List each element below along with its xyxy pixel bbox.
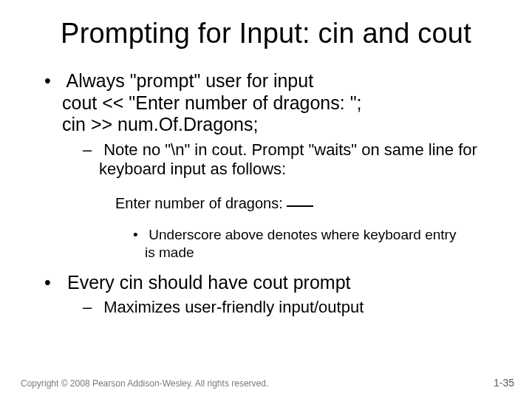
- example-text: Enter number of dragons:: [115, 195, 287, 211]
- bullet-list: Always "prompt" user for input cout << "…: [21, 70, 511, 318]
- bullet-2-sub-1-text: Maximizes user-friendly input/output: [103, 298, 364, 316]
- slide-body: Always "prompt" user for input cout << "…: [0, 55, 532, 318]
- bullet-1-sub-1-text: Note no "\n" in cout. Prompt "waits" on …: [99, 140, 477, 179]
- slide: Prompting for Input: cin and cout Always…: [0, 0, 532, 399]
- blank-underscore: [287, 205, 313, 207]
- bullet-2: Every cin should have cout prompt: [21, 272, 511, 294]
- bullet-1-line3: cin >> num.Of.Dragons;: [62, 114, 511, 136]
- footer-copyright: Copyright © 2008 Pearson Addison-Wesley.…: [21, 378, 268, 389]
- bullet-1-sub-1-note: Underscore above denotes where keyboard …: [21, 226, 511, 262]
- slide-title: Prompting for Input: cin and cout: [0, 0, 532, 55]
- bullet-1-sub-1: Note no "\n" in cout. Prompt "waits" on …: [21, 140, 511, 180]
- footer-page-number: 1-35: [494, 377, 514, 389]
- bullet-1: Always "prompt" user for input cout << "…: [21, 70, 511, 136]
- example-line: Enter number of dragons:: [21, 194, 511, 213]
- bullet-1-sub-1-note-text: Underscore above denotes where keyboard …: [145, 227, 456, 260]
- bullet-1-line1: Always "prompt" user for input: [66, 70, 314, 91]
- bullet-1-line2: cout << "Enter number of dragons: ";: [62, 92, 511, 115]
- bullet-2-sub-1: Maximizes user-friendly input/output: [21, 298, 511, 318]
- bullet-2-text: Every cin should have cout prompt: [67, 272, 351, 293]
